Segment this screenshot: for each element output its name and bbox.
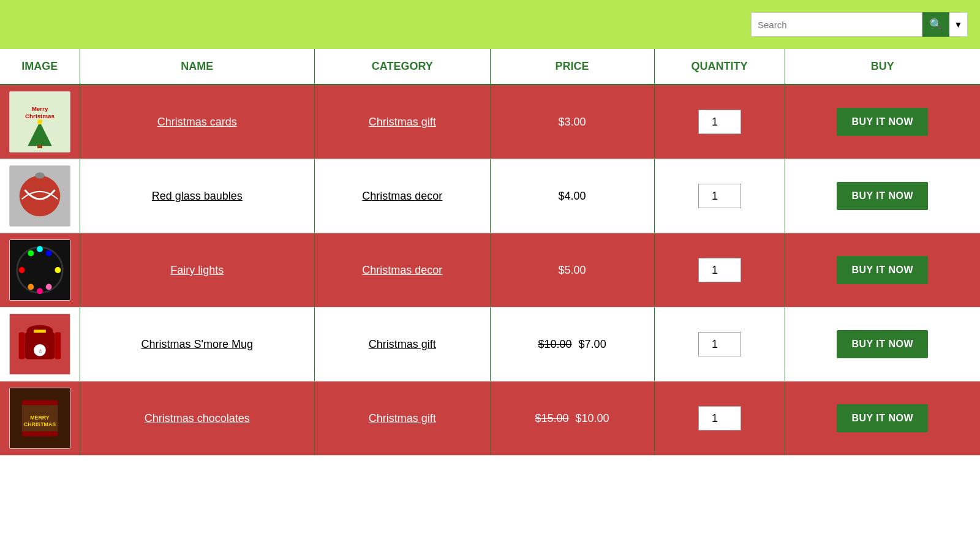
- table-header: IMAGE NAME CATEGORY PRICE QUANTITY BUY: [0, 49, 980, 85]
- col-category: CATEGORY: [315, 49, 491, 85]
- product-name-link[interactable]: Fairy lights: [170, 264, 224, 276]
- quantity-input[interactable]: [698, 184, 741, 208]
- product-price-cell: $4.00: [490, 159, 654, 233]
- col-name: NAME: [80, 49, 315, 85]
- svg-point-5: [37, 119, 42, 124]
- chevron-down-icon: ▼: [954, 20, 963, 29]
- svg-point-14: [46, 250, 52, 257]
- svg-rect-32: [21, 401, 58, 405]
- product-buy-cell: BUY IT NOW: [785, 85, 980, 159]
- product-image-cell: [0, 233, 80, 307]
- table-row: ☃ Christmas S'more MugChristmas gift$10.…: [0, 307, 980, 382]
- product-category-cell: Christmas decor: [315, 159, 491, 233]
- svg-text:CHRISTMAS: CHRISTMAS: [24, 421, 56, 427]
- col-price: PRICE: [490, 49, 654, 85]
- product-image-cell: MERRY CHRISTMAS: [0, 382, 80, 456]
- price-original: $15.00: [535, 412, 569, 424]
- product-name-cell: Christmas S'more Mug: [80, 307, 315, 382]
- product-quantity-cell: [654, 159, 785, 233]
- product-name-link[interactable]: Christmas S'more Mug: [141, 338, 253, 350]
- table-row: MERRY CHRISTMAS Christmas chocolatesChri…: [0, 382, 980, 456]
- product-table: IMAGE NAME CATEGORY PRICE QUANTITY BUY M…: [0, 49, 980, 456]
- product-image-cell: ☃: [0, 307, 80, 382]
- svg-rect-4: [37, 145, 42, 148]
- table-row: Fairy lightsChristmas decor$5.00BUY IT N…: [0, 233, 980, 307]
- product-image-cell: Merry Christmas: [0, 85, 80, 159]
- product-buy-cell: BUY IT NOW: [785, 307, 980, 382]
- svg-text:Christmas: Christmas: [25, 113, 55, 119]
- col-image: IMAGE: [0, 49, 80, 85]
- product-image-cell: [0, 159, 80, 233]
- quantity-input[interactable]: [698, 406, 741, 431]
- search-icon: 🔍: [929, 18, 943, 31]
- product-category-cell: Christmas gift: [315, 382, 491, 456]
- table-row: Merry Christmas Christmas cardsChristmas…: [0, 85, 980, 159]
- product-buy-cell: BUY IT NOW: [785, 382, 980, 456]
- product-name-link[interactable]: Christmas chocolates: [145, 412, 250, 424]
- product-name-cell: Fairy lights: [80, 233, 315, 307]
- svg-point-18: [37, 246, 43, 252]
- product-name-cell: Christmas cards: [80, 85, 315, 159]
- svg-text:☃: ☃: [37, 348, 42, 354]
- svg-point-15: [55, 267, 61, 273]
- search-button[interactable]: 🔍: [922, 12, 949, 37]
- product-quantity-cell: [654, 85, 785, 159]
- product-quantity-cell: [654, 233, 785, 307]
- price-original: $10.00: [538, 338, 572, 350]
- col-quantity: QUANTITY: [654, 49, 785, 85]
- price-sale: $7.00: [576, 338, 606, 350]
- buy-now-button[interactable]: BUY IT NOW: [837, 330, 928, 358]
- product-name-link[interactable]: Red glass baubles: [152, 190, 243, 202]
- product-category-link[interactable]: Christmas decor: [362, 190, 442, 202]
- svg-rect-23: [55, 332, 61, 359]
- buy-now-button[interactable]: BUY IT NOW: [837, 256, 928, 284]
- table-body: Merry Christmas Christmas cardsChristmas…: [0, 85, 980, 456]
- svg-point-12: [18, 267, 24, 273]
- product-price-cell: $15.00 $10.00: [490, 382, 654, 456]
- product-category-link[interactable]: Christmas gift: [369, 412, 436, 424]
- svg-rect-33: [21, 432, 58, 437]
- product-buy-cell: BUY IT NOW: [785, 159, 980, 233]
- product-quantity-cell: [654, 307, 785, 382]
- product-name-cell: Christmas chocolates: [80, 382, 315, 456]
- search-container: 🔍 ▼: [751, 12, 968, 37]
- product-name-link[interactable]: Christmas cards: [157, 116, 237, 128]
- svg-point-17: [28, 284, 34, 290]
- product-category-link[interactable]: Christmas decor: [362, 264, 442, 276]
- product-price-cell: $3.00: [490, 85, 654, 159]
- svg-rect-27: [34, 329, 46, 333]
- quantity-input[interactable]: [698, 332, 741, 356]
- quantity-input[interactable]: [698, 258, 741, 282]
- col-buy: BUY: [785, 49, 980, 85]
- product-price-cell: $10.00 $7.00: [490, 307, 654, 382]
- svg-text:Merry: Merry: [31, 105, 48, 112]
- page-header: 🔍 ▼: [0, 0, 980, 49]
- product-category-cell: Christmas gift: [315, 307, 491, 382]
- svg-point-13: [28, 250, 34, 257]
- dropdown-button[interactable]: ▼: [949, 12, 968, 37]
- svg-point-19: [37, 288, 43, 294]
- product-name-cell: Red glass baubles: [80, 159, 315, 233]
- product-price-cell: $5.00: [490, 233, 654, 307]
- product-buy-cell: BUY IT NOW: [785, 233, 980, 307]
- table-row: Red glass baublesChristmas decor$4.00BUY…: [0, 159, 980, 233]
- product-category-link[interactable]: Christmas gift: [369, 338, 436, 350]
- product-category-cell: Christmas decor: [315, 233, 491, 307]
- buy-now-button[interactable]: BUY IT NOW: [837, 404, 928, 432]
- buy-now-button[interactable]: BUY IT NOW: [837, 182, 928, 210]
- buy-now-button[interactable]: BUY IT NOW: [837, 108, 928, 136]
- price-sale: $10.00: [573, 412, 609, 424]
- product-quantity-cell: [654, 382, 785, 456]
- svg-point-16: [46, 284, 52, 290]
- product-category-link[interactable]: Christmas gift: [369, 116, 436, 128]
- quantity-input[interactable]: [698, 110, 741, 134]
- svg-rect-22: [18, 332, 24, 359]
- product-category-cell: Christmas gift: [315, 85, 491, 159]
- search-input[interactable]: [751, 12, 922, 37]
- svg-text:MERRY: MERRY: [30, 415, 50, 421]
